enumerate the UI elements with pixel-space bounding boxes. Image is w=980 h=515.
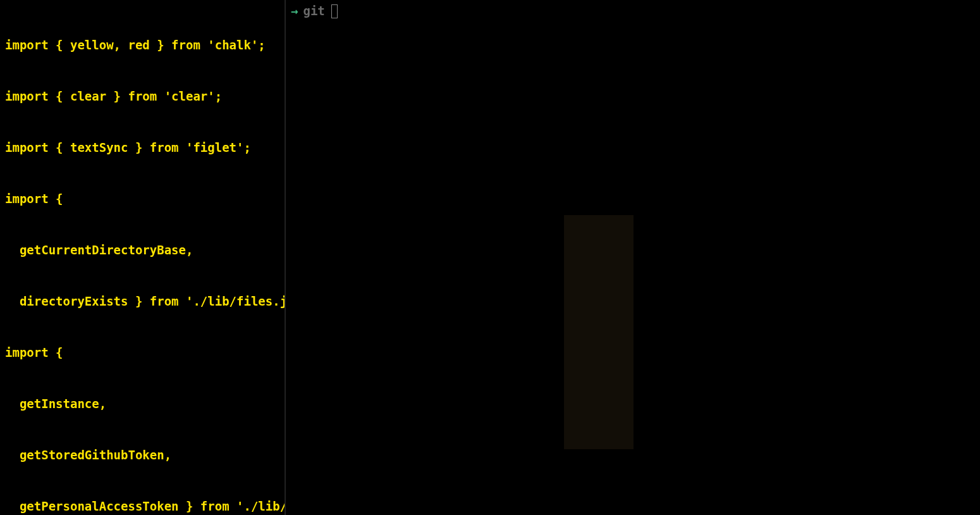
- code-line: directoryExists } from './lib/files.js';: [5, 293, 279, 310]
- terminal-prompt-line[interactable]: → git: [291, 3, 975, 20]
- code-line: getPersonalAccessToken } from './lib/git…: [5, 498, 279, 515]
- code-line: getInstance,: [5, 395, 279, 413]
- terminal-pane[interactable]: → git: [286, 0, 980, 515]
- code-line: import {: [5, 344, 279, 361]
- code-line: import { textSync } from 'figlet';: [5, 139, 279, 156]
- code-line: import { yellow, red } from 'chalk';: [5, 37, 279, 54]
- code-line: getStoredGithubToken,: [5, 447, 279, 464]
- prompt-arrow-icon: →: [291, 3, 298, 20]
- terminal-command-text: git: [303, 3, 324, 20]
- terminal-cursor: [331, 4, 338, 18]
- code-line: import {: [5, 190, 279, 208]
- minimap-overlay: [564, 215, 634, 449]
- code-line: import { clear } from 'clear';: [5, 88, 279, 105]
- code-line: getCurrentDirectoryBase,: [5, 242, 279, 259]
- code-editor-pane[interactable]: import { yellow, red } from 'chalk'; imp…: [0, 0, 285, 515]
